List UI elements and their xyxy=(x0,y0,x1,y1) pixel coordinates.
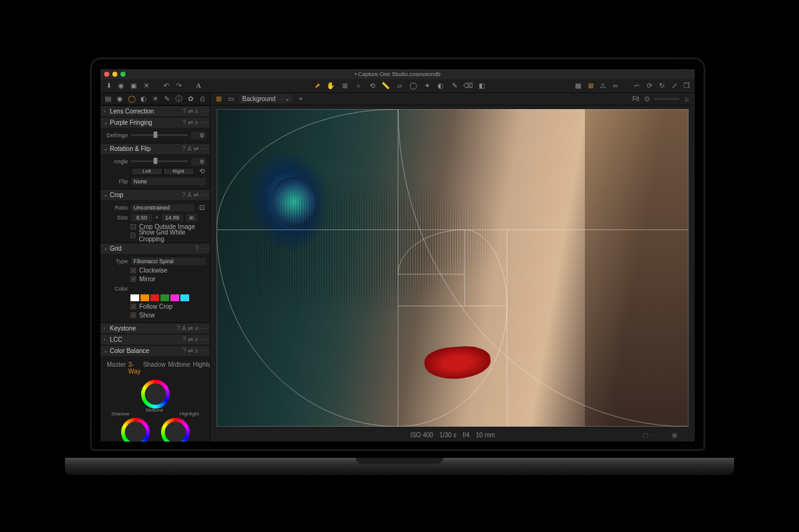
angle-value[interactable]: 0 xyxy=(191,158,206,165)
panel-rotation-header[interactable]: ⌄ Rotation & Flip ?A⇄⋯ xyxy=(100,143,210,154)
crop-tool-shortcut-icon[interactable]: ⊡ xyxy=(197,203,206,212)
focus-icon[interactable]: ▦ xyxy=(574,81,582,90)
cursor-tool-icon[interactable]: ⬈ xyxy=(313,81,321,90)
swatch-magenta[interactable] xyxy=(170,294,179,301)
panel-purple-header[interactable]: ⌄ Purple Fringing ?⇄≡⋯ xyxy=(100,117,210,128)
meta-iso: ISO 400 xyxy=(410,432,433,438)
close-window[interactable] xyxy=(104,72,109,77)
tab-output-icon[interactable]: ⎙ xyxy=(199,94,206,103)
rotate-right-button[interactable]: Right xyxy=(163,168,195,175)
minimize-window[interactable] xyxy=(112,72,117,77)
tab-meta-icon[interactable]: ⓘ xyxy=(175,94,182,103)
panel-crop-header[interactable]: ⌄ Crop ?A⇄⋯ xyxy=(100,189,210,200)
hand-tool-icon[interactable]: ✋ xyxy=(326,81,335,90)
cb-tab-highlight[interactable]: Highlight xyxy=(193,361,210,375)
tab-adjust-icon[interactable]: ✎ xyxy=(164,94,171,103)
follow-crop-checkbox[interactable]: ✓Follow Crop xyxy=(104,302,206,311)
ratio-select[interactable]: Unconstrained xyxy=(131,204,194,211)
cb-tab-shadow[interactable]: Shadow xyxy=(143,361,165,375)
keystone-tool-icon[interactable]: ▱ xyxy=(395,81,404,90)
titlebar: • Capture One Studio.cosessiondb xyxy=(100,69,695,79)
preview-icon[interactable]: ∞ xyxy=(611,81,620,90)
camera-icon[interactable]: ◉ xyxy=(117,81,125,90)
angle-slider[interactable] xyxy=(131,160,188,162)
panel-lens-header[interactable]: › Lens Correction ?⇄≡⋯ xyxy=(100,105,210,117)
rotate-left-button[interactable]: Left xyxy=(131,168,163,175)
gradient-tool-icon[interactable]: ◧ xyxy=(478,81,486,90)
reset-icon[interactable]: ⟳ xyxy=(645,81,654,90)
rating-dots[interactable]: ▢·····▣ xyxy=(642,432,677,438)
size-height-input[interactable]: 14.89 xyxy=(162,214,183,221)
folder-icon[interactable]: ▣ xyxy=(129,81,138,90)
zoom-slider-icon[interactable]: ⊙ xyxy=(642,94,651,103)
pan-tool-icon[interactable]: ⊞ xyxy=(340,81,349,90)
text-icon[interactable]: A xyxy=(194,81,203,90)
defringe-slider[interactable] xyxy=(131,134,188,136)
size-unit-select[interactable]: in xyxy=(186,214,197,221)
chevron-down-icon: ⌄ xyxy=(104,120,110,125)
show-grid-checkbox[interactable]: Show Grid While Cropping xyxy=(104,231,206,240)
redo-icon[interactable]: ↷ xyxy=(174,81,183,90)
rotate-cw-icon[interactable]: ↻ xyxy=(657,81,666,90)
brush-tool-icon[interactable]: ✎ xyxy=(450,81,459,90)
swatch-cyan[interactable] xyxy=(180,294,189,301)
grid-type-select[interactable]: Fibonacci Spiral xyxy=(131,258,206,265)
panel-lcc-header[interactable]: › LCC ?⇄≡⋯ xyxy=(100,334,210,345)
proof-icon[interactable]: ❐ xyxy=(682,81,691,90)
zoom-slider[interactable] xyxy=(654,98,679,100)
defringe-value[interactable]: 0 xyxy=(191,132,206,139)
tab-lens-icon[interactable]: ◯ xyxy=(128,94,135,103)
add-layer-icon[interactable]: + xyxy=(297,94,305,103)
swatch-green[interactable] xyxy=(160,294,169,301)
size-width-input[interactable]: 8.50 xyxy=(131,214,152,221)
zoom-window[interactable] xyxy=(120,72,125,77)
cb-tab-midtone[interactable]: Midtone xyxy=(168,361,190,375)
tab-exposure-icon[interactable]: ☀ xyxy=(152,94,159,103)
tab-library-icon[interactable]: ▤ xyxy=(104,94,112,103)
straighten-tool-icon[interactable]: 📏 xyxy=(381,81,390,90)
crop-tool-icon[interactable]: ⟐ xyxy=(354,81,363,90)
flip-select[interactable]: None xyxy=(131,178,206,185)
tab-color-icon[interactable]: ◐ xyxy=(140,94,147,103)
layer-select[interactable]: Background ⌄ xyxy=(239,95,293,103)
cb-tab-3way[interactable]: 3-Way xyxy=(129,361,141,375)
rotate-ccw-icon[interactable]: ⤺ xyxy=(632,81,641,90)
shadow-wheel[interactable] xyxy=(121,418,150,442)
view-single-icon[interactable]: ▭ xyxy=(227,94,235,103)
tab-settings-icon[interactable]: ✿ xyxy=(187,94,194,103)
panel-lcc-title: LCC xyxy=(110,336,122,343)
swatch-red[interactable] xyxy=(150,294,159,301)
highlight-wheel[interactable] xyxy=(161,418,190,442)
warning-icon[interactable]: ⚠ xyxy=(599,81,607,90)
chevron-down-icon: ⌄ xyxy=(104,146,110,152)
master-wheel[interactable] xyxy=(141,380,170,409)
clear-icon[interactable]: ✕ xyxy=(142,81,150,90)
heal-tool-icon[interactable]: ✦ xyxy=(423,81,431,90)
photo-preview xyxy=(217,109,689,427)
expand-icon[interactable]: ⤢ xyxy=(670,81,679,90)
fit-label[interactable]: Fit xyxy=(632,95,639,102)
grid-toggle-icon[interactable]: ⊞ xyxy=(586,81,595,90)
panel-grid-header[interactable]: ⌄ Grid ?⋯ xyxy=(100,243,210,254)
shadow-label: Shadow xyxy=(111,411,129,417)
panel-colorbalance-header[interactable]: ⌄ Color Balance ?⇄≡⋯ xyxy=(100,345,210,356)
image-viewport[interactable] xyxy=(210,105,695,429)
cb-tab-master[interactable]: Master xyxy=(107,361,126,375)
erase-tool-icon[interactable]: ⌫ xyxy=(464,81,473,90)
clockwise-checkbox[interactable]: ✓Clockwise xyxy=(104,266,206,275)
undo-icon[interactable]: ↶ xyxy=(162,81,170,90)
rotate-tool-icon[interactable]: ⟲ xyxy=(368,81,376,90)
view-grid-icon[interactable]: ⊞ xyxy=(214,94,223,103)
mirror-checkbox[interactable]: ✓Mirror xyxy=(104,275,206,284)
mask-tool-icon[interactable]: ◐ xyxy=(436,81,445,90)
spot-tool-icon[interactable]: ◯ xyxy=(409,81,418,90)
search-icon[interactable]: ⌕ xyxy=(682,94,691,103)
swatch-orange[interactable] xyxy=(140,294,149,301)
import-icon[interactable]: ⬇ xyxy=(104,81,113,90)
size-label: Size xyxy=(104,215,128,221)
show-grid-checkbox[interactable]: ✓Show xyxy=(104,311,206,320)
reset-angle-icon[interactable]: ⟲ xyxy=(197,167,206,176)
swatch-white[interactable] xyxy=(130,294,139,301)
panel-keystone-header[interactable]: › Keystone ?A⇄≡⋯ xyxy=(100,322,210,334)
tab-tether-icon[interactable]: ◉ xyxy=(116,94,124,103)
